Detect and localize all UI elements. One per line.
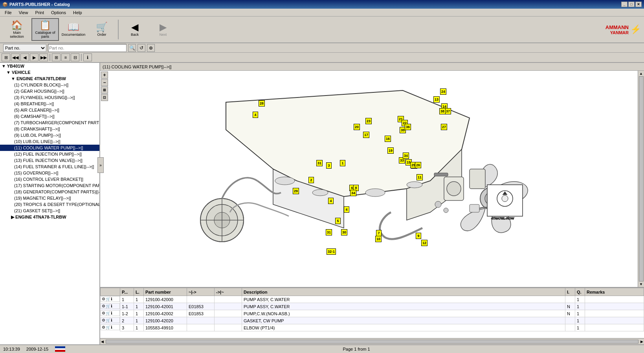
nav-last-button[interactable]: ▶▶ — [39, 53, 48, 61]
nav-next-nav-button[interactable]: ▶ — [30, 53, 39, 61]
tree-item-item5[interactable]: (5) AIR CLEANER[|-->|] — [0, 107, 99, 113]
back-button[interactable]: ◀ Back — [121, 18, 149, 41]
menu-file[interactable]: File — [2, 9, 15, 16]
row-icons[interactable]: ⚙🛒ℹ — [101, 296, 120, 302]
part-number-label-1[interactable]: 1 — [340, 160, 345, 166]
tree-item-item1[interactable]: (1) CYLINDER BLOCK[|-->|] — [0, 82, 99, 88]
row-icons[interactable]: ⚙🛒ℹ — [101, 324, 120, 330]
minimize-button[interactable]: _ — [621, 2, 627, 7]
part-number-label-3[interactable]: 3 — [326, 162, 332, 169]
part-number-label-4[interactable]: 4 — [328, 198, 334, 204]
part-number-label-4[interactable]: 4 — [344, 206, 349, 213]
next-button[interactable]: ▶ Next — [149, 18, 177, 41]
part-number-label-16[interactable]: 16 — [385, 136, 391, 142]
settings-icon[interactable]: ⚙ — [102, 318, 105, 322]
part-number-label-24[interactable]: 24 — [440, 88, 446, 95]
info-icon[interactable]: ℹ — [111, 325, 112, 329]
table-scroll-right[interactable]: ▶ — [640, 340, 644, 344]
nav-filter-button[interactable]: ⊞ — [2, 53, 10, 61]
cart-icon[interactable]: 🛒 — [106, 297, 110, 301]
tree-item-item2[interactable]: (2) GEAR HOUSING[|-->|] — [0, 88, 99, 94]
nav-grid-button[interactable]: ⊞ — [52, 53, 61, 61]
part-number-label-26[interactable]: 26 — [415, 162, 421, 168]
settings-icon[interactable]: ⚙ — [102, 304, 105, 308]
order-button[interactable]: 🛒 Order — [88, 18, 116, 41]
zoom-fit-button[interactable]: ⊞ — [101, 86, 108, 94]
table-scroll-left[interactable]: ◀ — [100, 340, 105, 344]
table-row[interactable]: ⚙🛒ℹ1-21129100-42002E01853PUMP,C.W.(NON-A… — [101, 310, 644, 317]
scroll-down-button[interactable]: ▼ — [639, 282, 643, 286]
tree-item-item15[interactable]: (15) GOVERNOR[|-->|] — [0, 170, 99, 176]
part-number-label-17[interactable]: 17 — [363, 132, 369, 138]
main-selection-button[interactable]: 🏠 Mainselection — [3, 18, 31, 41]
tree-item-item4[interactable]: (4) BREATHER[|-->|] — [0, 101, 99, 107]
tree-item-item6[interactable]: (6) CAMSHAFT[|-->|] — [0, 113, 99, 120]
nav-details-button[interactable]: ⊟ — [71, 53, 79, 61]
search-input[interactable] — [48, 44, 127, 52]
part-number-label-20[interactable]: 20 — [354, 124, 360, 130]
menu-options[interactable]: Options — [48, 9, 69, 16]
zoom-in-button[interactable]: + — [101, 72, 108, 79]
menu-help[interactable]: Help — [70, 9, 85, 16]
part-number-label-10[interactable]: 10 — [375, 236, 382, 242]
part-number-label-30[interactable]: 30 — [341, 229, 347, 235]
settings-icon[interactable]: ⚙ — [102, 297, 105, 301]
documentation-button[interactable]: 📖 Documentation — [60, 18, 87, 41]
part-number-label-38[interactable]: 38 — [439, 108, 446, 114]
table-row[interactable]: ⚙🛒ℹ1-11129100-42001E01853PUMP ASSY, C.WA… — [101, 303, 644, 310]
part-number-label-29[interactable]: 29 — [293, 188, 299, 194]
info-icon[interactable]: ℹ — [111, 297, 112, 301]
table-row[interactable]: ⚙🛒ℹ21129100-42020GASKET, CW PUMP1 — [101, 317, 644, 324]
cart-icon[interactable]: 🛒 — [106, 325, 110, 329]
part-number-label-36[interactable]: 36 — [405, 124, 411, 130]
part-number-label-12[interactable]: 12 — [421, 240, 427, 246]
close-button[interactable]: ✕ — [635, 2, 642, 7]
scroll-up-button[interactable]: ▲ — [639, 72, 643, 75]
nav-first-button[interactable]: ◀◀ — [11, 53, 20, 61]
menu-view[interactable]: View — [16, 9, 31, 16]
part-number-label-28[interactable]: 28 — [259, 100, 265, 107]
part-number-label-9[interactable]: 9 — [416, 233, 421, 239]
tree-item-item8[interactable]: (8) CRANKSHAFT[|-->|] — [0, 126, 99, 132]
info-icon[interactable]: ℹ — [111, 304, 112, 308]
search-go-button[interactable]: 🔍 — [128, 44, 136, 52]
cart-icon[interactable]: 🛒 — [106, 304, 110, 308]
nav-list-button[interactable]: ≡ — [61, 53, 70, 61]
part-number-label-32-1[interactable]: 32-1 — [327, 248, 336, 255]
table-scrollbar[interactable]: ◀ ▶ — [100, 338, 644, 344]
part-number-label-34[interactable]: 34 — [350, 190, 356, 196]
tree-item-item16[interactable]: (16) CONTROL LEVER BRACKET[| — [0, 176, 99, 182]
nav-info-button[interactable]: ℹ — [83, 53, 92, 61]
tree-item-engine1[interactable]: ▼ ENGINE 4TNA78TLDBW — [0, 75, 99, 82]
row-icons[interactable]: ⚙🛒ℹ — [101, 303, 120, 309]
table-row[interactable]: ⚙🛒ℹ11129100-42000PUMP ASSY, C.WATER1 — [101, 296, 644, 303]
part-number-label-2[interactable]: 2 — [308, 177, 314, 183]
table-row[interactable]: ⚙🛒ℹ31105583-49910ELBOW (PT1/4)1 — [101, 324, 644, 331]
tree-item-item19[interactable]: (19) MAGNETIC RELAY[|-->|] — [0, 195, 99, 201]
row-icons[interactable]: ⚙🛒ℹ — [101, 317, 120, 323]
tree-item-item7[interactable]: (7) TURBOCHARGER(COMPONENT PARTS)[|- — [0, 120, 99, 126]
expand-panel-button[interactable]: » — [97, 157, 100, 173]
nav-prev-button[interactable]: ◀ — [20, 53, 29, 61]
zoom-out-button[interactable]: − — [101, 79, 108, 86]
cart-icon[interactable]: 🛒 — [106, 311, 110, 315]
part-number-label-5[interactable]: 5 — [335, 218, 341, 224]
tree-item-vehicle[interactable]: ▼ VEHICLE — [0, 69, 99, 75]
search-refresh-button[interactable]: ↺ — [138, 44, 145, 52]
row-icons[interactable]: ⚙🛒ℹ — [101, 310, 120, 316]
part-number-label-11[interactable]: 11 — [416, 174, 423, 180]
part-number-label-4[interactable]: 4 — [253, 112, 258, 118]
tree-item-item10[interactable]: (10) LUB.OIL LINE[|-->|] — [0, 138, 99, 145]
title-bar-controls[interactable]: _ □ ✕ — [621, 2, 642, 7]
search-clear-button[interactable]: ⊕ — [147, 44, 155, 52]
part-number-label-31[interactable]: 31 — [326, 229, 332, 235]
tree-item-item14[interactable]: (14) FUEL STRAINER & FUEL LINE[|-->|] — [0, 164, 99, 170]
diagram-scrollbar[interactable]: ▲ ▼ — [638, 71, 644, 287]
info-icon[interactable]: ℹ — [111, 318, 112, 322]
part-number-label-27[interactable]: 27 — [441, 124, 447, 130]
part-number-label-37[interactable]: 37 — [445, 108, 451, 114]
part-number-label-13[interactable]: 13 — [433, 96, 440, 103]
info-icon[interactable]: ℹ — [111, 311, 112, 315]
catalogue-button[interactable]: 📋 Catalogue ofparts — [31, 18, 59, 41]
part-number-label-34[interactable]: 34 — [403, 153, 409, 159]
